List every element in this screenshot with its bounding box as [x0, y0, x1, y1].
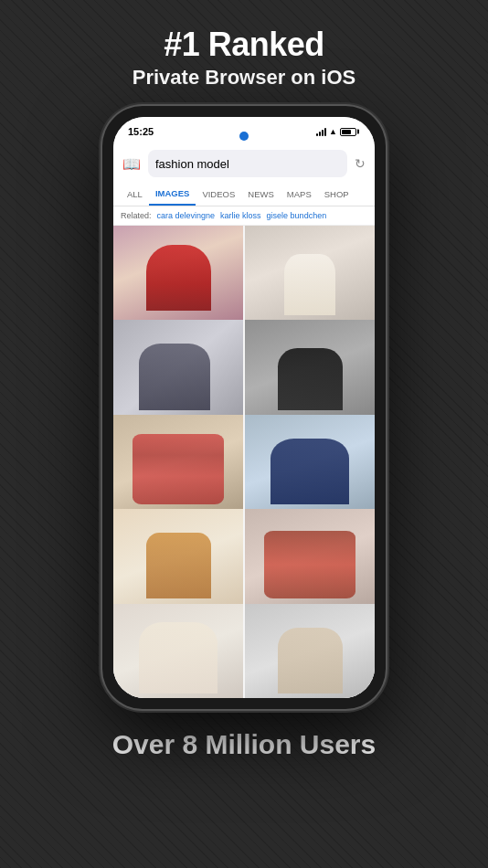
notch — [239, 132, 249, 141]
image-10[interactable] — [245, 604, 375, 698]
phone-screen: 15:25 ▲ 📖 — [113, 117, 375, 698]
phone-mockup: 15:25 ▲ 📖 — [102, 106, 386, 709]
image-5[interactable] — [113, 415, 243, 509]
grid-row-4 — [113, 509, 375, 603]
phone-frame: 15:25 ▲ 📖 — [102, 106, 386, 709]
footer-section: Over 8 Million Users — [112, 729, 376, 760]
image-8[interactable] — [245, 509, 375, 603]
related-tag-1[interactable]: cara delevingne — [157, 211, 216, 220]
grid-row-5 — [113, 604, 375, 698]
status-bar: 15:25 ▲ — [113, 117, 375, 146]
grid-row-1 — [113, 226, 375, 320]
status-icons: ▲ — [316, 127, 356, 136]
tab-videos[interactable]: VIDEOS — [196, 184, 241, 205]
image-6[interactable] — [245, 415, 375, 509]
grid-row-2 — [113, 320, 375, 414]
grid-row-3 — [113, 415, 375, 509]
header-section: #1 Ranked Private Browser on iOS — [133, 26, 356, 90]
footer-label: Over 8 Million Users — [112, 729, 376, 760]
search-query: fashion model — [155, 157, 229, 171]
subtitle: Private Browser on iOS — [133, 66, 356, 90]
related-tag-2[interactable]: karlie kloss — [220, 211, 261, 220]
reload-icon[interactable]: ↻ — [355, 156, 366, 171]
related-tag-3[interactable]: gisele bundchen — [267, 211, 327, 220]
image-2[interactable] — [245, 226, 375, 320]
ranked-title: #1 Ranked — [133, 26, 356, 64]
related-row: Related: cara delevingne karlie kloss gi… — [113, 206, 375, 226]
image-7[interactable] — [113, 509, 243, 603]
tab-shop[interactable]: SHOP — [318, 184, 355, 205]
signal-icon — [316, 128, 326, 136]
image-4[interactable] — [245, 320, 375, 414]
related-label: Related: — [121, 211, 152, 220]
image-grid — [113, 226, 375, 698]
battery-icon — [340, 128, 356, 136]
wifi-icon: ▲ — [329, 127, 337, 136]
image-1[interactable] — [113, 226, 243, 320]
tab-all[interactable]: ALL — [121, 184, 149, 205]
image-9[interactable] — [113, 604, 243, 698]
tab-images[interactable]: IMAGES — [149, 183, 196, 206]
nav-tabs: ALL IMAGES VIDEOS NEWS MAPS SHOP — [113, 183, 375, 206]
image-3[interactable] — [113, 320, 243, 414]
tab-news[interactable]: NEWS — [241, 184, 281, 205]
book-icon: 📖 — [122, 155, 141, 173]
status-time: 15:25 — [128, 126, 154, 137]
search-input[interactable]: fashion model — [148, 150, 347, 177]
search-bar: 📖 fashion model ↻ — [113, 146, 375, 183]
tab-maps[interactable]: MAPS — [281, 184, 318, 205]
